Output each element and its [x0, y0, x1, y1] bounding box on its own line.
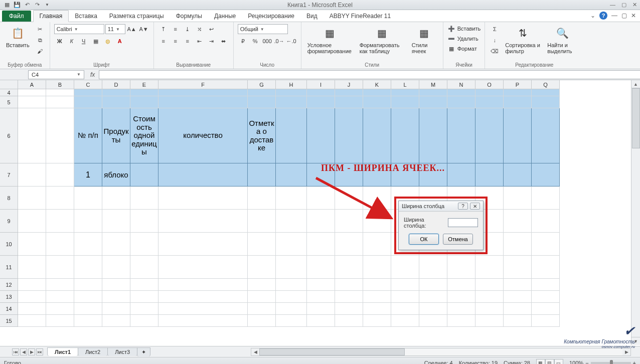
- format-cells-button[interactable]: ▦Формат: [447, 44, 477, 53]
- cell-Q5[interactable]: [532, 96, 560, 108]
- vscroll-thumb[interactable]: [632, 88, 640, 148]
- tab-review[interactable]: Рецензирование: [242, 11, 300, 22]
- vertical-scrollbar[interactable]: ▲ ▼: [631, 80, 640, 345]
- row-header-13[interactable]: 13: [0, 291, 18, 303]
- cell-P7[interactable]: [504, 163, 532, 187]
- autosum-icon[interactable]: Σ: [489, 24, 500, 34]
- cell-G11[interactable]: [248, 256, 276, 279]
- page-break-view-icon[interactable]: ▭: [554, 359, 563, 365]
- minimize-icon[interactable]: —: [610, 2, 615, 8]
- cell-M5[interactable]: [419, 96, 447, 108]
- cell-O5[interactable]: [475, 96, 504, 108]
- file-tab[interactable]: Файл: [2, 11, 31, 22]
- cell-K8[interactable]: [363, 187, 391, 210]
- cell-I4[interactable]: [307, 89, 335, 96]
- cell-Q13[interactable]: [532, 291, 560, 303]
- align-center-icon[interactable]: ≡: [170, 36, 181, 46]
- cell-H12[interactable]: [276, 279, 307, 291]
- cell-O14[interactable]: [475, 303, 504, 315]
- cell-E14[interactable]: [130, 303, 158, 315]
- col-header-L[interactable]: L: [391, 80, 419, 89]
- column-width-input[interactable]: [448, 218, 478, 227]
- cell-P9[interactable]: [504, 210, 532, 233]
- cell-M13[interactable]: [419, 291, 447, 303]
- format-painter-icon[interactable]: 🖌: [35, 46, 46, 56]
- tab-view[interactable]: Вид: [300, 11, 324, 22]
- decrease-indent-icon[interactable]: ⇤: [194, 36, 205, 46]
- redo-icon[interactable]: ↷: [33, 1, 41, 9]
- cell-N14[interactable]: [447, 303, 475, 315]
- col-header-D[interactable]: D: [102, 80, 130, 89]
- font-name-combo[interactable]: Calibri▼: [54, 24, 104, 34]
- workbook-min-icon[interactable]: —: [611, 12, 617, 19]
- italic-button[interactable]: К: [66, 36, 77, 46]
- normal-view-icon[interactable]: ▦: [536, 359, 545, 365]
- cell-K14[interactable]: [363, 303, 391, 315]
- col-header-G[interactable]: G: [248, 80, 276, 89]
- cell-K11[interactable]: [363, 256, 391, 279]
- col-header-P[interactable]: P: [504, 80, 532, 89]
- col-header-H[interactable]: H: [276, 80, 307, 89]
- cell-A6[interactable]: [18, 108, 46, 163]
- cut-icon[interactable]: ✂: [35, 24, 46, 34]
- cell-P15[interactable]: [504, 315, 532, 327]
- row-header-4[interactable]: 4: [0, 89, 18, 96]
- increase-indent-icon[interactable]: ⇥: [206, 36, 217, 46]
- cell-O11[interactable]: [475, 256, 504, 279]
- cell-G12[interactable]: [248, 279, 276, 291]
- comma-icon[interactable]: 000: [262, 36, 273, 46]
- cell-C6[interactable]: № п/п: [74, 108, 102, 163]
- cell-B12[interactable]: [46, 279, 74, 291]
- copy-icon[interactable]: ⧉: [35, 35, 46, 45]
- cell-E7[interactable]: [130, 163, 158, 187]
- format-as-table-button[interactable]: ▦Форматировать как таблицу: [358, 24, 407, 55]
- cell-C15[interactable]: [74, 315, 102, 327]
- row-header-5[interactable]: 5: [0, 96, 18, 108]
- cell-E13[interactable]: [130, 291, 158, 303]
- cell-H8[interactable]: [276, 187, 307, 210]
- cell-I5[interactable]: [307, 96, 335, 108]
- cell-I6[interactable]: [307, 108, 335, 163]
- cell-E8[interactable]: [130, 187, 158, 210]
- hscroll-thumb[interactable]: [259, 348, 405, 355]
- cell-D13[interactable]: [102, 291, 130, 303]
- col-header-I[interactable]: I: [307, 80, 335, 89]
- col-header-B[interactable]: B: [46, 80, 74, 89]
- cell-C8[interactable]: [74, 187, 102, 210]
- cell-E15[interactable]: [130, 315, 158, 327]
- cell-I12[interactable]: [307, 279, 335, 291]
- cancel-button[interactable]: Отмена: [443, 234, 473, 245]
- cell-G4[interactable]: [248, 89, 276, 96]
- cell-P13[interactable]: [504, 291, 532, 303]
- cell-P14[interactable]: [504, 303, 532, 315]
- cell-J15[interactable]: [335, 315, 363, 327]
- cell-C11[interactable]: [74, 256, 102, 279]
- cell-K12[interactable]: [363, 279, 391, 291]
- align-top-icon[interactable]: ⤒: [158, 24, 169, 34]
- row-header-14[interactable]: 14: [0, 303, 18, 315]
- cell-K5[interactable]: [363, 96, 391, 108]
- cell-B4[interactable]: [46, 89, 74, 96]
- cell-A15[interactable]: [18, 315, 46, 327]
- cell-A4[interactable]: [18, 89, 46, 96]
- cell-L12[interactable]: [391, 279, 419, 291]
- cell-F10[interactable]: [158, 233, 248, 256]
- workbook-close-icon[interactable]: ✕: [631, 12, 636, 19]
- sheet-tab-2[interactable]: Лист2: [78, 347, 108, 356]
- cell-D9[interactable]: [102, 210, 130, 233]
- dialog-close-icon[interactable]: ✕: [470, 203, 480, 210]
- dialog-help-icon[interactable]: ?: [458, 203, 468, 210]
- currency-icon[interactable]: ₽: [238, 36, 249, 46]
- cell-B9[interactable]: [46, 210, 74, 233]
- cell-M4[interactable]: [419, 89, 447, 96]
- tab-page-layout[interactable]: Разметка страницы: [103, 11, 170, 22]
- row-header-8[interactable]: 8: [0, 187, 18, 210]
- col-header-C[interactable]: C: [74, 80, 102, 89]
- new-sheet-icon[interactable]: ✦: [137, 347, 150, 356]
- ok-button[interactable]: ОК: [409, 234, 439, 245]
- cell-B6[interactable]: [46, 108, 74, 163]
- align-bottom-icon[interactable]: ⤓: [182, 24, 193, 34]
- cell-N11[interactable]: [447, 256, 475, 279]
- select-all-corner[interactable]: [0, 80, 18, 89]
- cell-E11[interactable]: [130, 256, 158, 279]
